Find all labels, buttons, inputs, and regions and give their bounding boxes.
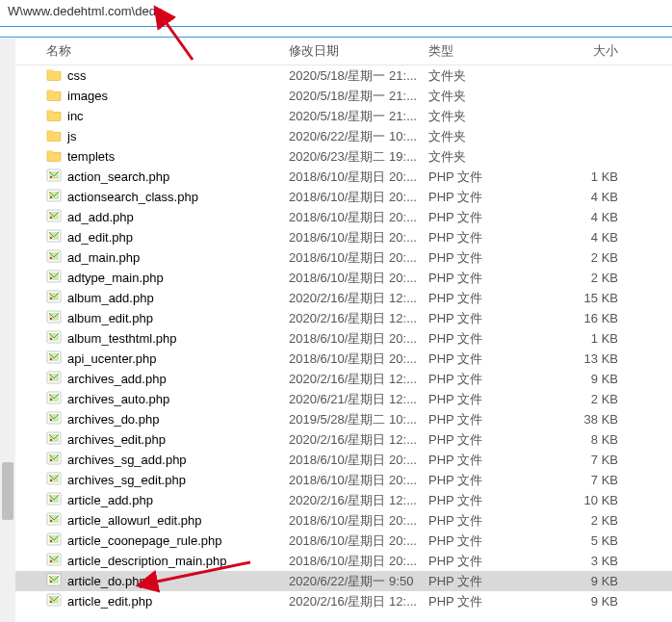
file-size: 13 KB bbox=[549, 351, 626, 366]
column-header-type[interactable]: 类型 bbox=[428, 42, 549, 60]
file-row[interactable]: actionsearch_class.php2018/6/10/星期日 20:.… bbox=[0, 187, 672, 207]
file-name: article_description_main.php bbox=[67, 554, 226, 568]
file-row[interactable]: album_add.php2020/2/16/星期日 12:...PHP 文件1… bbox=[0, 288, 672, 308]
file-type: PHP 文件 bbox=[428, 189, 549, 206]
svg-point-59 bbox=[50, 560, 52, 562]
file-row[interactable]: archives_sg_add.php2018/6/10/星期日 20:...P… bbox=[0, 450, 672, 470]
file-date: 2018/6/10/星期日 20:... bbox=[289, 452, 428, 469]
file-row[interactable]: album_edit.php2020/2/16/星期日 12:...PHP 文件… bbox=[0, 308, 672, 328]
file-size: 1 KB bbox=[549, 169, 626, 184]
svg-point-56 bbox=[50, 540, 52, 542]
file-type: 文件夹 bbox=[428, 108, 549, 125]
file-size: 4 KB bbox=[549, 230, 626, 245]
file-name: album_testhtml.php bbox=[67, 331, 176, 346]
column-header-row: 名称 修改日期 类型 大小 bbox=[0, 37, 672, 65]
file-row[interactable]: album_testhtml.php2018/6/10/星期日 20:...PH… bbox=[0, 328, 672, 349]
file-date: 2019/5/28/星期二 10:... bbox=[289, 411, 428, 428]
file-list: css2020/5/18/星期一 21:...文件夹images2020/5/1… bbox=[0, 65, 672, 611]
file-name: images bbox=[67, 89, 108, 103]
php-file-icon bbox=[46, 371, 62, 387]
file-row[interactable]: article_edit.php2020/2/16/星期日 12:...PHP … bbox=[0, 591, 672, 611]
php-file-icon bbox=[46, 249, 62, 266]
file-row[interactable]: archives_edit.php2020/2/16/星期日 12:...PHP… bbox=[0, 429, 672, 450]
svg-point-41 bbox=[50, 439, 52, 441]
file-row[interactable]: action_search.php2018/6/10/星期日 20:...PHP… bbox=[0, 167, 672, 187]
php-file-icon bbox=[46, 492, 62, 508]
file-row[interactable]: archives_auto.php2020/6/21/星期日 12:...PHP… bbox=[0, 389, 672, 409]
php-file-icon bbox=[46, 512, 62, 529]
folder-icon bbox=[46, 148, 62, 165]
file-type: PHP 文件 bbox=[428, 350, 549, 368]
php-file-icon bbox=[46, 229, 62, 246]
svg-point-38 bbox=[50, 419, 52, 421]
file-row[interactable]: article_description_main.php2018/6/10/星期… bbox=[0, 551, 672, 571]
folder-row[interactable]: inc2020/5/18/星期一 21:...文件夹 bbox=[0, 106, 672, 126]
file-row[interactable]: archives_do.php2019/5/28/星期二 10:...PHP 文… bbox=[0, 409, 672, 429]
file-row[interactable]: article_allowurl_edit.php2018/6/10/星期日 2… bbox=[0, 510, 672, 531]
file-type: PHP 文件 bbox=[428, 290, 549, 307]
spacer bbox=[0, 27, 672, 37]
file-date: 2020/6/22/星期一 9:50 bbox=[289, 573, 428, 590]
file-name: article_coonepage_rule.php bbox=[67, 533, 221, 548]
file-date: 2018/6/10/星期日 20:... bbox=[289, 168, 428, 186]
file-type: PHP 文件 bbox=[428, 391, 549, 408]
file-row[interactable]: article_do.php2020/6/22/星期一 9:50PHP 文件9 … bbox=[0, 571, 672, 591]
svg-point-53 bbox=[50, 520, 52, 522]
file-type: PHP 文件 bbox=[428, 532, 549, 550]
svg-point-47 bbox=[50, 479, 52, 481]
svg-point-2 bbox=[50, 176, 52, 178]
file-name: ad_edit.php bbox=[67, 230, 133, 245]
file-row[interactable]: article_coonepage_rule.php2018/6/10/星期日 … bbox=[0, 531, 672, 551]
file-name: album_edit.php bbox=[67, 311, 153, 325]
file-name: templets bbox=[67, 149, 115, 164]
folder-row[interactable]: css2020/5/18/星期一 21:...文件夹 bbox=[0, 65, 672, 86]
file-size: 2 KB bbox=[549, 513, 626, 528]
file-row[interactable]: ad_add.php2018/6/10/星期日 20:...PHP 文件4 KB bbox=[0, 207, 672, 227]
file-type: PHP 文件 bbox=[428, 209, 549, 226]
column-header-date[interactable]: 修改日期 bbox=[289, 42, 428, 60]
file-row[interactable]: article_add.php2020/2/16/星期日 12:...PHP 文… bbox=[0, 490, 672, 510]
file-row[interactable]: archives_sg_edit.php2018/6/10/星期日 20:...… bbox=[0, 470, 672, 490]
file-size: 38 KB bbox=[549, 412, 626, 427]
file-row[interactable]: archives_add.php2020/2/16/星期日 12:...PHP … bbox=[0, 369, 672, 389]
scrollbar-track[interactable] bbox=[0, 39, 15, 622]
file-date: 2020/2/16/星期日 12:... bbox=[289, 310, 428, 327]
folder-row[interactable]: js2020/6/22/星期一 10:...文件夹 bbox=[0, 126, 672, 146]
scrollbar-thumb[interactable] bbox=[2, 462, 13, 520]
file-row[interactable]: api_ucenter.php2018/6/10/星期日 20:...PHP 文… bbox=[0, 349, 672, 369]
file-type: PHP 文件 bbox=[428, 492, 549, 509]
file-row[interactable]: adtype_main.php2018/6/10/星期日 20:...PHP 文… bbox=[0, 268, 672, 288]
file-size: 4 KB bbox=[549, 190, 626, 204]
file-date: 2018/6/10/星期日 20:... bbox=[289, 229, 428, 246]
file-size: 9 KB bbox=[549, 594, 626, 609]
column-header-size[interactable]: 大小 bbox=[549, 42, 626, 60]
file-name: archives_auto.php bbox=[67, 392, 169, 406]
file-type: PHP 文件 bbox=[428, 270, 549, 287]
file-date: 2018/6/10/星期日 20:... bbox=[289, 270, 428, 287]
file-size: 9 KB bbox=[549, 574, 626, 588]
file-size: 2 KB bbox=[549, 271, 626, 285]
file-date: 2018/6/10/星期日 20:... bbox=[289, 532, 428, 550]
folder-row[interactable]: images2020/5/18/星期一 21:...文件夹 bbox=[0, 86, 672, 106]
folder-row[interactable]: templets2020/6/23/星期二 19:...文件夹 bbox=[0, 146, 672, 167]
column-header-name[interactable]: 名称 bbox=[29, 42, 289, 60]
file-type: PHP 文件 bbox=[428, 330, 549, 348]
svg-point-44 bbox=[50, 459, 52, 461]
address-bar[interactable]: W\www.dedehtml.com\dede bbox=[0, 0, 672, 27]
file-date: 2020/2/16/星期日 12:... bbox=[289, 371, 428, 388]
file-date: 2020/6/23/星期二 19:... bbox=[289, 148, 428, 166]
file-size: 10 KB bbox=[549, 493, 626, 507]
file-date: 2020/5/18/星期一 21:... bbox=[289, 88, 428, 105]
file-row[interactable]: ad_edit.php2018/6/10/星期日 20:...PHP 文件4 K… bbox=[0, 227, 672, 247]
file-date: 2020/5/18/星期一 21:... bbox=[289, 67, 428, 85]
file-date: 2018/6/10/星期日 20:... bbox=[289, 350, 428, 368]
file-type: PHP 文件 bbox=[428, 452, 549, 469]
php-file-icon bbox=[46, 350, 62, 367]
svg-point-62 bbox=[50, 581, 52, 583]
file-row[interactable]: ad_main.php2018/6/10/星期日 20:...PHP 文件2 K… bbox=[0, 247, 672, 268]
folder-icon bbox=[46, 88, 62, 104]
svg-point-65 bbox=[50, 601, 52, 603]
php-file-icon bbox=[46, 532, 62, 549]
file-name: adtype_main.php bbox=[67, 271, 164, 285]
file-type: PHP 文件 bbox=[428, 229, 549, 246]
